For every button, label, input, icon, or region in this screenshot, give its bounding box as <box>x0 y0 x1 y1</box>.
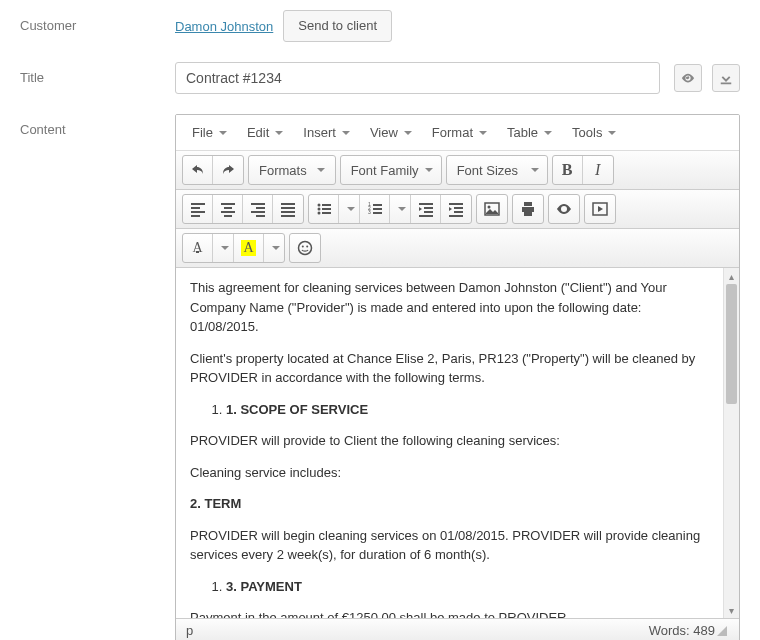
font-family-dropdown[interactable]: Font Family <box>341 156 441 184</box>
editor-toolbar-3: A A <box>176 229 739 268</box>
editor-statusbar: p Words: 489 <box>176 618 739 640</box>
svg-point-1 <box>317 208 320 211</box>
scroll-up-arrow[interactable]: ▴ <box>724 268 739 284</box>
media-icon <box>592 201 608 217</box>
content-paragraph: Client's property located at Chance Elis… <box>190 349 709 388</box>
content-paragraph: Cleaning service includes: <box>190 463 709 483</box>
content-paragraph: This agreement for cleaning services bet… <box>190 278 709 337</box>
bold-icon: B <box>562 161 573 179</box>
menu-edit[interactable]: Edit <box>237 119 293 146</box>
align-justify-button[interactable] <box>273 195 303 223</box>
numbered-list-dropdown[interactable] <box>390 195 411 223</box>
preview-button-toolbar[interactable] <box>549 195 579 223</box>
editor-toolbar-2: 123 <box>176 190 739 229</box>
scroll-thumb[interactable] <box>726 284 737 404</box>
word-count-value: 489 <box>693 623 715 638</box>
svg-point-2 <box>317 212 320 215</box>
download-icon <box>719 71 733 85</box>
chevron-down-icon <box>221 246 229 250</box>
chevron-down-icon <box>608 131 616 135</box>
menu-file[interactable]: File <box>182 119 237 146</box>
align-right-button[interactable] <box>243 195 273 223</box>
chevron-down-icon <box>398 207 406 211</box>
svg-point-7 <box>488 206 491 209</box>
bullet-list-dropdown[interactable] <box>339 195 360 223</box>
align-justify-icon <box>280 201 296 217</box>
redo-icon <box>220 162 236 178</box>
menu-view[interactable]: View <box>360 119 422 146</box>
scroll-down-arrow[interactable]: ▾ <box>724 602 739 618</box>
chevron-down-icon <box>404 131 412 135</box>
menu-table[interactable]: Table <box>497 119 562 146</box>
insert-image-button[interactable] <box>477 195 507 223</box>
chevron-down-icon <box>317 168 325 172</box>
bullet-list-button[interactable] <box>309 195 339 223</box>
element-path[interactable]: p <box>186 623 193 638</box>
print-button[interactable] <box>513 195 543 223</box>
label-content: Content <box>20 114 175 137</box>
align-center-icon <box>220 201 236 217</box>
font-sizes-dropdown[interactable]: Font Sizes <box>447 156 547 184</box>
menu-tools[interactable]: Tools <box>562 119 626 146</box>
italic-icon: I <box>595 161 600 179</box>
numbered-list-icon: 123 <box>367 201 383 217</box>
chevron-down-icon <box>479 131 487 135</box>
send-to-client-button[interactable]: Send to client <box>283 10 392 42</box>
svg-point-9 <box>299 242 312 255</box>
bg-color-button[interactable]: A <box>234 234 264 262</box>
align-left-button[interactable] <box>183 195 213 223</box>
customer-link[interactable]: Damon Johnston <box>175 19 273 34</box>
indent-button[interactable] <box>441 195 471 223</box>
italic-button[interactable]: I <box>583 156 613 184</box>
menu-insert[interactable]: Insert <box>293 119 360 146</box>
bullet-list-icon <box>316 201 332 217</box>
download-button[interactable] <box>712 64 740 92</box>
svg-point-0 <box>317 204 320 207</box>
outdent-button[interactable] <box>411 195 441 223</box>
align-center-button[interactable] <box>213 195 243 223</box>
content-paragraph: Payment in the amount of €1250.00 shall … <box>190 608 709 618</box>
bg-color-icon: A <box>241 240 255 256</box>
content-heading: 3. PAYMENT <box>226 579 302 594</box>
numbered-list-button[interactable]: 123 <box>360 195 390 223</box>
chevron-down-icon <box>347 207 355 211</box>
align-right-icon <box>250 201 266 217</box>
redo-button[interactable] <box>213 156 243 184</box>
word-count-label: Words: <box>649 623 694 638</box>
indent-icon <box>448 201 464 217</box>
formats-dropdown[interactable]: Formats <box>249 156 335 184</box>
undo-icon <box>190 162 206 178</box>
svg-point-10 <box>302 246 304 248</box>
chevron-down-icon <box>342 131 350 135</box>
editor-content-area[interactable]: This agreement for cleaning services bet… <box>176 268 723 618</box>
vertical-scrollbar[interactable]: ▴ ▾ <box>723 268 739 618</box>
menu-format[interactable]: Format <box>422 119 497 146</box>
content-heading: 1. SCOPE OF SERVICE <box>226 402 368 417</box>
text-color-dropdown[interactable] <box>213 234 234 262</box>
editor-toolbar-1: Formats Font Family Font Sizes B I <box>176 151 739 190</box>
content-paragraph: PROVIDER will begin cleaning services on… <box>190 526 709 565</box>
svg-point-11 <box>306 246 308 248</box>
content-paragraph: PROVIDER will provide to Client the foll… <box>190 431 709 451</box>
bold-button[interactable]: B <box>553 156 583 184</box>
chevron-down-icon <box>272 246 280 250</box>
smiley-icon <box>297 240 313 256</box>
outdent-icon <box>418 201 434 217</box>
content-heading: 2. TERM <box>190 496 241 511</box>
text-color-button[interactable]: A <box>183 234 213 262</box>
emoticons-button[interactable] <box>290 234 320 262</box>
align-left-icon <box>190 201 206 217</box>
rich-text-editor: File Edit Insert View Format Table Tools <box>175 114 740 640</box>
text-color-icon: A <box>192 240 202 256</box>
chevron-down-icon <box>425 168 433 172</box>
preview-button[interactable] <box>674 64 702 92</box>
bg-color-dropdown[interactable] <box>264 234 284 262</box>
undo-button[interactable] <box>183 156 213 184</box>
title-input[interactable] <box>175 62 660 94</box>
insert-media-button[interactable] <box>585 195 615 223</box>
chevron-down-icon <box>531 168 539 172</box>
print-icon <box>520 201 536 217</box>
chevron-down-icon <box>219 131 227 135</box>
image-icon <box>484 201 500 217</box>
resize-handle[interactable] <box>717 626 727 636</box>
